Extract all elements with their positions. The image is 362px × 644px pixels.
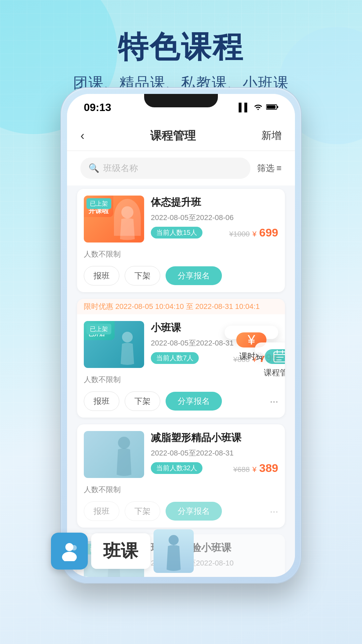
- nav-action-button[interactable]: 新增: [261, 129, 282, 143]
- badge-people-1: 当前人数15人: [151, 227, 202, 238]
- price-current-1: 699: [259, 226, 278, 239]
- search-input-wrap[interactable]: 🔍 班级名称: [80, 158, 250, 179]
- filter-label: 筛选: [257, 162, 275, 174]
- bottom-person-icon[interactable]: [51, 533, 88, 570]
- filter-icon: ≡: [277, 163, 282, 173]
- svg-rect-1: [267, 105, 276, 109]
- bottom-label: 班课: [91, 533, 150, 569]
- notch: [144, 94, 218, 107]
- card-actions-3: 报班 下架 分享报名 ···: [77, 498, 285, 528]
- card-limit-3: 人数不限制: [77, 485, 285, 498]
- float-lesson-fee[interactable]: ¥ 课时费: [225, 326, 278, 339]
- search-icon: 🔍: [88, 163, 99, 173]
- phone-container: 09:13 ▌▌ ‹ 课程管理 新增: [60, 87, 302, 584]
- btn-share-2[interactable]: 分享报名: [166, 392, 222, 411]
- promo-text-2: 限时优惠 2022-08-05 10:04:10 至 2022-08-31 10…: [77, 299, 285, 314]
- course-mgmt-label: 课程管理: [264, 367, 285, 378]
- card-info-3: 减脂塑形精品小班课 2022-08-05至2022-08-31 当前人数32人 …: [151, 431, 278, 478]
- btn-more-2[interactable]: ···: [270, 395, 278, 407]
- card-actions-1: 报班 下架 分享报名: [77, 263, 285, 292]
- svg-point-11: [118, 437, 130, 449]
- course-image-2: 全新课程已开启 已上架: [84, 321, 144, 368]
- search-input[interactable]: 班级名称: [103, 162, 138, 174]
- btn-register-1[interactable]: 报班: [84, 266, 119, 285]
- btn-share-3[interactable]: 分享报名: [166, 502, 222, 521]
- card-actions-2: 报班 下架 分享报名 ···: [77, 388, 285, 418]
- svg-point-15: [71, 545, 77, 550]
- card-date-1: 2022-08-05至2022-08-06: [151, 213, 278, 223]
- btn-delist-3[interactable]: 下架: [125, 501, 160, 521]
- svg-point-4: [122, 332, 133, 342]
- price-current-3: 389: [259, 462, 278, 475]
- svg-point-16: [169, 535, 179, 545]
- bottom-bar: 班课: [51, 529, 194, 573]
- float-course-mgmt[interactable]: 课程管理: [255, 342, 285, 356]
- course-image-1: 找到开课啦 已上架: [84, 196, 144, 243]
- btn-delist-2[interactable]: 下架: [125, 391, 160, 411]
- signal-icon: ▌▌: [239, 103, 250, 112]
- course-list: 找到开课啦 已上架 体态提升班 2022-08-05至2022-08-06: [67, 185, 295, 577]
- card-title-3: 减脂塑形精品小班课: [151, 431, 278, 445]
- btn-register-2[interactable]: 报班: [84, 391, 119, 411]
- status-time: 09:13: [84, 101, 111, 114]
- wifi-icon: [253, 103, 263, 112]
- svg-rect-2: [277, 106, 278, 108]
- badge-people-3: 当前人数32人: [151, 462, 202, 474]
- filter-button[interactable]: 筛选 ≡: [257, 162, 282, 174]
- card-info-1: 体态提升班 2022-08-05至2022-08-06 当前人数15人 ¥100…: [151, 196, 278, 243]
- price-symbol-1: ¥: [252, 230, 256, 238]
- status-bar: 09:13 ▌▌: [67, 94, 295, 121]
- course-card-2: 限时优惠 2022-08-05 10:04:10 至 2022-08-31 10…: [77, 299, 285, 418]
- hero-title: 特色课程: [0, 27, 362, 68]
- btn-share-1[interactable]: 分享报名: [166, 266, 222, 285]
- course-image-3: [84, 431, 144, 478]
- phone-screen: 09:13 ▌▌ ‹ 课程管理 新增: [67, 94, 295, 577]
- course-card-3: 减脂塑形精品小班课 2022-08-05至2022-08-31 当前人数32人 …: [77, 424, 285, 528]
- btn-more-3[interactable]: ···: [270, 505, 278, 517]
- card-limit-1: 人数不限制: [77, 249, 285, 263]
- badge-listed-2: 已上架: [86, 324, 111, 334]
- svg-point-14: [62, 552, 77, 561]
- back-button[interactable]: ‹: [80, 129, 84, 143]
- card-title-1: 体态提升班: [151, 196, 278, 209]
- svg-point-3: [121, 206, 133, 218]
- nav-title: 课程管理: [150, 128, 196, 144]
- price-symbol-3: ¥: [252, 465, 256, 474]
- badge-people-2: 当前人数7人: [151, 352, 199, 364]
- price-original-3: ¥688: [233, 465, 250, 474]
- phone-frame: 09:13 ▌▌ ‹ 课程管理 新增: [60, 87, 302, 584]
- battery-icon: [266, 103, 278, 112]
- badge-listed-1: 已上架: [86, 198, 111, 209]
- btn-delist-1[interactable]: 下架: [125, 266, 160, 285]
- bottom-label-text: 班课: [103, 541, 138, 560]
- bottom-person-figure: [154, 529, 194, 573]
- search-bar: 🔍 班级名称 筛选 ≡: [67, 151, 295, 185]
- card-date-3: 2022-08-05至2022-08-31: [151, 448, 278, 458]
- course-card-1: 找到开课啦 已上架 体态提升班 2022-08-05至2022-08-06: [77, 189, 285, 292]
- nav-bar: ‹ 课程管理 新增: [67, 121, 295, 151]
- course-mgmt-icon: [265, 349, 285, 364]
- btn-register-3[interactable]: 报班: [84, 501, 119, 521]
- price-original-1: ¥1000: [229, 230, 250, 238]
- hero-section: 特色课程 团课、精品课、私教课、小班课: [0, 0, 362, 93]
- card-limit-2: 人数不限制: [77, 375, 285, 388]
- status-icons: ▌▌: [239, 103, 278, 112]
